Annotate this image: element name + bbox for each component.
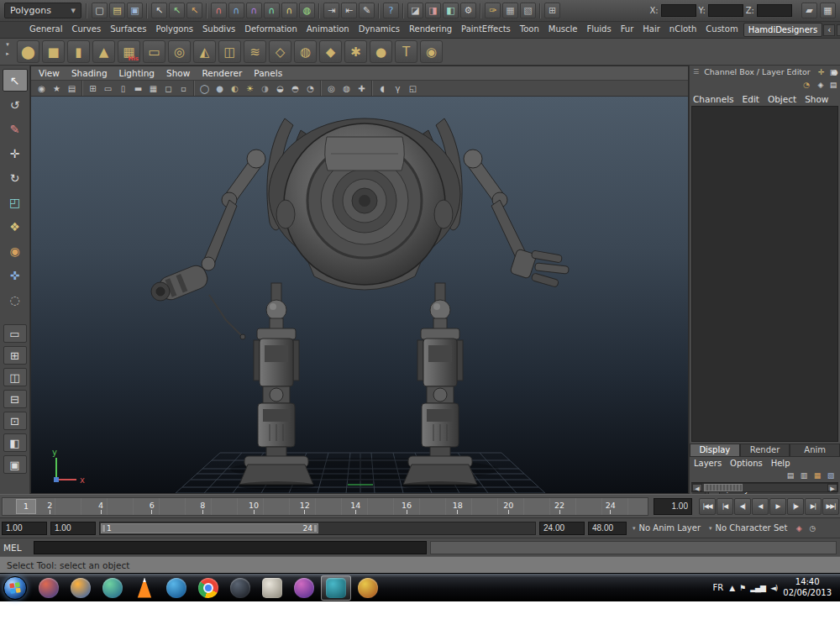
coord-input-y[interactable] (708, 4, 743, 17)
rotate-tool[interactable]: ↻ (3, 166, 28, 189)
animation-preferences-icon[interactable]: ◷ (806, 522, 818, 533)
render-current-frame-icon[interactable]: ◨ (425, 3, 441, 18)
field-mode-icon[interactable]: ⊞ (544, 3, 560, 18)
scroll-right-arrow[interactable]: ▶ (827, 484, 837, 491)
raise-attribute-editor-icon[interactable]: ▤ (827, 79, 839, 90)
show-manipulator-display-icon[interactable]: ▰ (801, 3, 817, 18)
language-indicator[interactable]: FR (712, 583, 723, 592)
current-time-field[interactable] (654, 498, 692, 515)
layer-tab-render[interactable]: Render (740, 444, 790, 457)
shelf-tab-fur[interactable]: Fur (617, 23, 638, 37)
command-line-mode-button[interactable]: MEL (3, 543, 30, 553)
layout-four-pane[interactable]: ⊞ (3, 346, 27, 365)
raise-channel-box-icon[interactable]: ▣ (827, 66, 839, 77)
hypershade-icon[interactable]: ▦ (502, 3, 518, 18)
layout-single-pane[interactable]: ▭ (3, 324, 27, 343)
shelf-poly-soccerball[interactable]: ◍ (294, 40, 317, 63)
shelf-scroll-left-button[interactable]: ‹ (823, 24, 835, 36)
create-empty-layer-icon[interactable]: ▤ (785, 470, 796, 481)
layer-menu-layers[interactable]: Layers (694, 459, 722, 468)
taskbar-app-9-icon[interactable] (289, 575, 319, 601)
last-tool-used[interactable]: ◌ (3, 288, 28, 311)
vp-xray-joints-icon[interactable]: ✚ (354, 81, 369, 95)
channelbox-manipulator-icon[interactable]: ✛ (816, 66, 827, 77)
layer-options-icon[interactable]: ▧ (825, 470, 837, 481)
layout-hypershade-persp[interactable]: ⊡ (3, 412, 27, 430)
layout-persp-graph[interactable]: ⊟ (3, 390, 27, 408)
play-backwards-button[interactable]: ◀ (752, 498, 769, 515)
render-view-icon[interactable]: ◪ (407, 3, 423, 18)
channel-menu-channels[interactable]: Channels (693, 94, 734, 104)
range-handle-left[interactable] (102, 524, 106, 533)
tray-network-icon[interactable]: ▂▄▆ (750, 584, 765, 592)
shelf-scroll-right-button[interactable]: › (837, 24, 840, 36)
ipr-render-icon[interactable]: ◧ (443, 3, 459, 18)
snap-curve-icon[interactable]: ∩ (228, 3, 244, 18)
lasso-select-tool[interactable]: ↺ (3, 93, 28, 116)
range-handle-right[interactable] (313, 524, 318, 533)
animation-end-field[interactable] (588, 522, 627, 535)
snap-point-icon[interactable]: ∩ (246, 3, 262, 18)
shelf-tab-painteffects[interactable]: PaintEffects (457, 23, 515, 37)
vp-isolate-select-icon[interactable]: ◎ (324, 81, 339, 95)
shelf-poly-cone[interactable]: ▲ (92, 40, 115, 63)
menu-set-selector[interactable]: Polygons ▼ (4, 3, 81, 18)
shelf-poly-gear[interactable]: ✱ (344, 40, 367, 63)
taskbar-zbrush-icon[interactable] (257, 575, 287, 601)
vp-textured-icon[interactable]: ◐ (228, 81, 242, 95)
viewport-menu-lighting[interactable]: Lighting (119, 68, 155, 78)
vp-multisample-icon[interactable]: ◔ (303, 81, 318, 95)
layout-persp-uv[interactable]: ◧ (3, 433, 27, 452)
vp-lights-icon[interactable]: ☀ (243, 81, 257, 95)
layer-menu-help[interactable]: Help (771, 459, 790, 468)
step-back-key-button[interactable]: ◀| (734, 498, 751, 515)
taskbar-app-7-icon[interactable] (225, 575, 255, 601)
layer-tab-anim[interactable]: Anim (790, 444, 840, 457)
shelf-history-item[interactable]: ▦His (118, 40, 140, 63)
panel-grip-icon[interactable]: ☰ (693, 68, 699, 76)
shelf-tab-surfaces[interactable]: Surfaces (106, 23, 150, 37)
show-manipulator-tool[interactable]: ✜ (3, 264, 28, 286)
range-track[interactable]: 1 24 (99, 522, 536, 535)
scale-tool[interactable]: ◰ (3, 191, 28, 213)
vp-resolution-gate-icon[interactable]: ▯ (116, 81, 130, 95)
layout-custom[interactable]: ▣ (3, 455, 27, 474)
vp-viewcube-icon[interactable]: ◱ (406, 81, 420, 95)
vp-grid-icon[interactable]: ⊞ (86, 81, 100, 95)
go-to-start-button[interactable]: |◀◀ (699, 498, 716, 515)
soft-mod-tool[interactable]: ◉ (3, 239, 28, 262)
output-connections-icon[interactable]: ⇤ (341, 3, 357, 18)
go-to-end-button[interactable]: ▶▶| (822, 498, 839, 515)
vp-ambient-occlusion-icon[interactable]: ◒ (273, 81, 287, 95)
tray-volume-icon[interactable]: ◄) (770, 584, 777, 592)
vp-camera-lock-icon[interactable]: ◉ (34, 81, 49, 95)
shelf-poly-text[interactable]: T (395, 40, 417, 63)
vp-gate-mask-icon[interactable]: ▬ (131, 81, 145, 95)
viewport-menu-shading[interactable]: Shading (71, 68, 108, 78)
make-live-icon[interactable]: ◍ (299, 3, 315, 18)
channel-keyable-icon[interactable]: ◈ (815, 80, 827, 91)
taskbar-app-5-icon[interactable] (161, 575, 192, 601)
coord-input-x[interactable] (661, 4, 696, 17)
shelf-tab-hair[interactable]: Hair (638, 23, 664, 37)
shelf-poly-cube[interactable]: ■ (42, 40, 65, 63)
channel-menu-object[interactable]: Object (768, 94, 796, 104)
vp-bookmark-icon[interactable]: ★ (50, 81, 64, 95)
shelf-poly-torus[interactable]: ◎ (168, 40, 191, 63)
playback-start-field[interactable] (50, 522, 96, 535)
paint-effects-icon[interactable]: ✑ (485, 3, 501, 18)
taskbar-vlc-icon[interactable] (129, 575, 160, 601)
character-set-dropdown[interactable]: ▾ No Character Set (706, 523, 790, 533)
robot-model[interactable] (151, 118, 569, 490)
shelf-poly-superellipse[interactable]: ● (370, 40, 392, 63)
channel-menu-edit[interactable]: Edit (743, 94, 759, 104)
vp-motion-blur-icon[interactable]: ◓ (288, 81, 302, 95)
shelf-tab-animation[interactable]: Animation (302, 23, 354, 37)
playback-end-field[interactable] (539, 522, 585, 535)
step-back-frame-button[interactable]: |◀ (717, 498, 733, 515)
vp-field-chart-icon[interactable]: ▦ (146, 81, 160, 95)
shelf-poly-sphere[interactable]: ⬤ (17, 40, 39, 63)
anim-layer-dropdown[interactable]: ▾ No Anim Layer (630, 523, 703, 533)
tray-expand-icon[interactable]: ▲ (729, 584, 734, 592)
select-object-icon[interactable]: ↖ (169, 3, 185, 18)
